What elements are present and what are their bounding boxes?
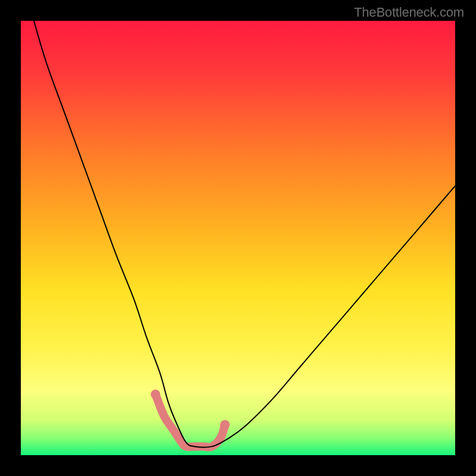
highlight-endpoint (220, 420, 230, 430)
watermark-text: TheBottleneck.com (354, 5, 464, 20)
plot-area (21, 21, 455, 455)
highlight-endpoint (151, 390, 160, 399)
gradient-background (21, 21, 455, 455)
chart-frame: TheBottleneck.com (0, 0, 476, 476)
chart-svg (21, 21, 455, 455)
